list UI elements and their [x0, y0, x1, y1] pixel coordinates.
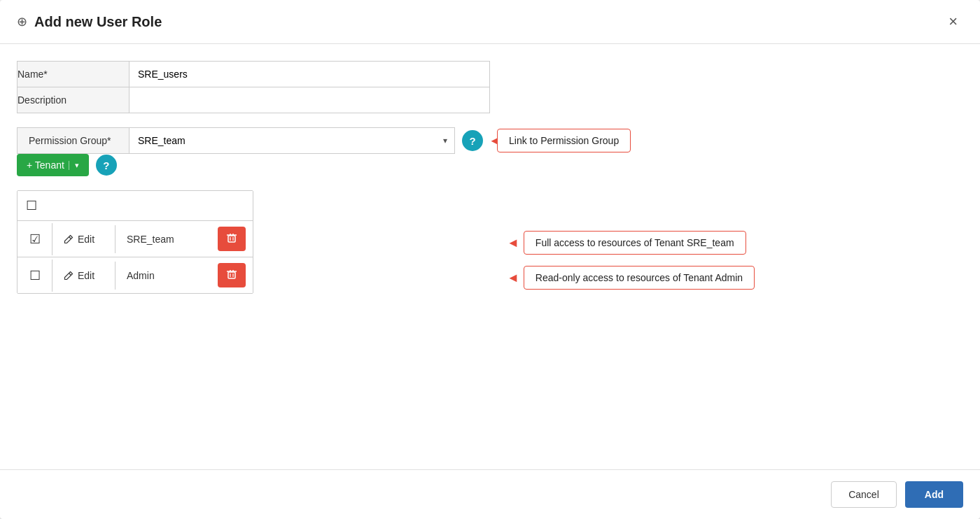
permission-group-row: Permission Group* SRE_team Admin ReadOnl… [17, 127, 455, 154]
drag-icon: ⊕ [17, 14, 27, 29]
sre-callout: Full access to resources of Tenant SRE_t… [524, 231, 746, 255]
svg-rect-0 [228, 236, 235, 242]
name-input[interactable] [130, 62, 489, 87]
trash-icon-sre [226, 232, 237, 243]
permission-help-button[interactable]: ? [462, 130, 483, 151]
link-to-permission-group-callout: Link to Permission Group [497, 129, 631, 152]
link-callout-wrapper: ◄ Link to Permission Group [497, 129, 631, 152]
edit-sre-label: Edit [78, 234, 94, 245]
dialog-footer: Cancel Add [0, 469, 980, 519]
tenant-section: + Tenant ▾ ? [17, 154, 963, 176]
dialog-body: Name* Description Permission Group* SRE_… [0, 44, 980, 469]
description-input-cell [130, 87, 490, 113]
name-input-cell [130, 62, 490, 87]
edit-admin-label: Edit [78, 270, 94, 281]
description-label: Description [18, 87, 130, 113]
permission-group-select-cell: SRE_team Admin ReadOnly ▾ [130, 128, 454, 153]
description-row: Description [18, 87, 490, 113]
tenant-row-sre: ☑ Edit SRE_team [18, 221, 253, 257]
dropdown-arrow-icon: ▾ [69, 161, 79, 170]
permission-group-label: Permission Group* [18, 128, 130, 153]
tenant-name-admin: Admin [115, 262, 211, 290]
form-table: Name* Description [17, 61, 490, 113]
admin-callout-wrapper: ◄ Read-only access to resources of Tenan… [507, 260, 755, 295]
cancel-button[interactable]: Cancel [831, 481, 897, 508]
name-row: Name* [18, 62, 490, 87]
permission-group-select[interactable]: SRE_team Admin ReadOnly [130, 128, 436, 153]
svg-rect-6 [228, 272, 235, 278]
edit-pencil-icon [64, 234, 74, 244]
sre-checkbox-icon: ☑ [29, 232, 41, 247]
edit-admin-button[interactable]: Edit [52, 262, 115, 290]
delete-sre-button[interactable] [218, 227, 246, 251]
header-checkbox-icon: ☐ [26, 198, 37, 213]
add-button[interactable]: Add [905, 481, 963, 508]
select-arrow-icon: ▾ [436, 136, 454, 145]
delete-admin-button[interactable] [218, 263, 246, 287]
tenant-help-button[interactable]: ? [96, 155, 117, 176]
tenant-table: ☐ ☑ Edit SR [17, 190, 253, 294]
permission-group-section: Permission Group* SRE_team Admin ReadOnl… [17, 127, 963, 154]
admin-callout: Read-only access to resources of Tenant … [524, 266, 755, 290]
tenant-table-header: ☐ [18, 191, 253, 221]
tenant-check-admin[interactable]: ☐ [18, 260, 52, 292]
admin-callout-arrow-icon: ◄ [507, 271, 519, 285]
tenant-table-section: ☐ ☑ Edit SR [17, 190, 963, 308]
tenant-check-sre[interactable]: ☑ [18, 223, 52, 255]
tenant-name-sre: SRE_team [115, 225, 211, 253]
tenant-row-admin: ☐ Edit Admin [18, 257, 253, 293]
tenant-table-container: ☐ ☑ Edit SR [17, 190, 490, 308]
edit-sre-button[interactable]: Edit [52, 225, 115, 253]
trash-icon-admin [226, 269, 237, 280]
name-label: Name* [18, 62, 130, 87]
add-tenant-button[interactable]: + Tenant ▾ [17, 154, 89, 176]
description-input[interactable] [130, 87, 489, 113]
tenant-delete-admin [211, 257, 253, 293]
add-user-role-dialog: ⊕ Add new User Role × Name* Description [0, 0, 980, 519]
sre-callout-arrow-icon: ◄ [507, 236, 519, 250]
dialog-title: Add new User Role [34, 14, 943, 30]
sre-callout-wrapper: ◄ Full access to resources of Tenant SRE… [507, 225, 755, 260]
add-tenant-label: + Tenant [27, 159, 64, 171]
tenant-delete-sre [211, 221, 253, 257]
close-button[interactable]: × [943, 11, 963, 32]
dialog-header: ⊕ Add new User Role × [0, 0, 980, 44]
edit-pencil-icon-admin [64, 271, 74, 280]
tenant-callouts: ◄ Full access to resources of Tenant SRE… [507, 225, 755, 295]
admin-checkbox-icon: ☐ [29, 268, 41, 283]
